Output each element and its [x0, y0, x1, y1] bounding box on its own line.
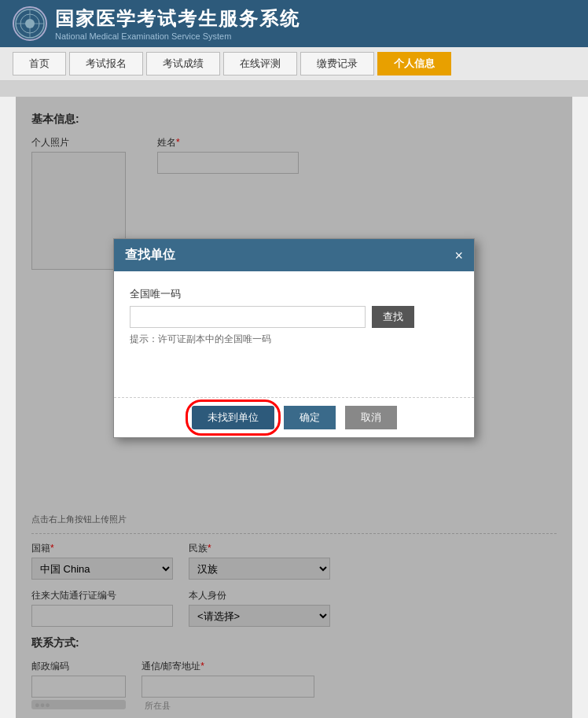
unique-code-input[interactable]	[130, 306, 366, 328]
nav-home[interactable]: 首页	[13, 52, 66, 75]
nav-payment[interactable]: 缴费记录	[300, 52, 374, 75]
site-subtitle: National Medical Examination Service Sys…	[55, 31, 300, 41]
logo-text: 国家医学考试考生服务系统 National Medical Examinatio…	[55, 6, 300, 41]
modal-header: 查找单位 ×	[114, 239, 474, 271]
modal-body: 全国唯一码 查找 提示：许可证副本中的全国唯一码	[114, 271, 474, 397]
page-content: 基本信息: 个人照片 姓名* 查找单位 × 全国唯一码	[0, 97, 588, 718]
modal-title: 查找单位	[125, 247, 175, 263]
modal-search-btn[interactable]: 查找	[372, 306, 414, 328]
nav-personal-info[interactable]: 个人信息	[377, 52, 451, 75]
nav-exam-register[interactable]: 考试报名	[69, 52, 143, 75]
logo-icon	[13, 6, 47, 41]
logo-area: 国家医学考试考生服务系统 National Medical Examinatio…	[13, 6, 300, 41]
header: 国家医学考试考生服务系统 National Medical Examinatio…	[0, 0, 588, 47]
modal-footer: 未找到单位 确定 取消	[114, 397, 474, 437]
modal-close-btn[interactable]: ×	[454, 249, 463, 263]
modal-field-label: 全国唯一码	[130, 287, 458, 301]
modal-cancel-btn[interactable]: 取消	[345, 406, 397, 429]
modal-confirm-btn[interactable]: 确定	[284, 406, 336, 429]
find-unit-modal: 查找单位 × 全国唯一码 查找 提示：许可证副本中的全国唯一码 未找到单位	[113, 238, 475, 438]
white-area: 基本信息: 个人照片 姓名* 查找单位 × 全国唯一码	[16, 97, 572, 718]
site-title: 国家医学考试考生服务系统	[55, 6, 300, 31]
nav-online-eval[interactable]: 在线评测	[223, 52, 297, 75]
not-found-btn[interactable]: 未找到单位	[192, 406, 274, 429]
nav-exam-results[interactable]: 考试成绩	[146, 52, 220, 75]
modal-overlay: 查找单位 × 全国唯一码 查找 提示：许可证副本中的全国唯一码 未找到单位	[16, 97, 572, 718]
modal-hint: 提示：许可证副本中的全国唯一码	[130, 333, 458, 346]
nav-bar: 首页 考试报名 考试成绩 在线评测 缴费记录 个人信息	[0, 47, 588, 81]
modal-input-row: 查找	[130, 306, 458, 328]
